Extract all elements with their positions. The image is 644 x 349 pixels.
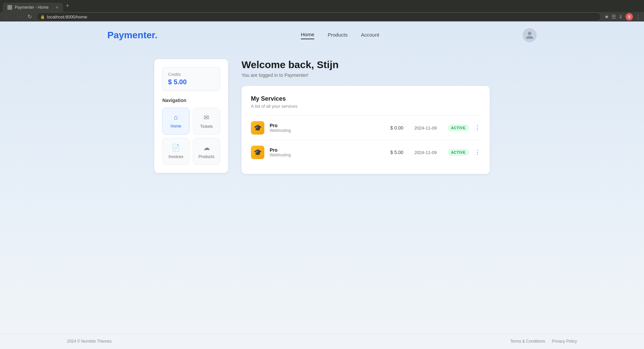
tickets-tile-label: Tickets <box>200 124 213 129</box>
navigation-title: Navigation <box>162 98 220 103</box>
content-area: Welcome back, Stijn You are logged in to… <box>241 59 490 174</box>
credits-box: Credits $ 5.00 <box>162 67 220 91</box>
active-tab[interactable]: Paymenter - Home × <box>3 3 63 12</box>
nav-item-account[interactable]: Account <box>361 32 379 39</box>
greeting-text: Welcome back, <box>241 59 317 70</box>
service-price-2: $ 5.00 <box>377 150 404 155</box>
username-text: Stijn <box>317 59 339 70</box>
browser-right-icons: ★ ☰ ⇓ S ⋮ <box>604 13 641 20</box>
tab-favicon <box>7 5 12 10</box>
status-badge-1: ACTIVE <box>448 124 469 131</box>
logo: Paymenter. <box>107 30 157 41</box>
service-icon-1: 🎓 <box>251 121 264 135</box>
service-actions-2[interactable]: ⋮ <box>474 149 480 156</box>
browser-toolbar: ← → ↻ 🔒 localhost:8000/home ★ ☰ ⇓ S ⋮ <box>0 12 644 21</box>
nav-tile-tickets[interactable]: ✉ Tickets <box>193 108 220 135</box>
home-tile-label: Home <box>170 124 181 129</box>
new-tab-button[interactable]: + <box>63 1 72 11</box>
footer-links: Terms & Conditions Privacy Policy <box>510 339 577 344</box>
nav-item-products[interactable]: Products <box>328 32 347 39</box>
forward-button[interactable]: → <box>15 13 23 21</box>
service-info-1: Pro Webhosting <box>270 123 371 133</box>
products-icon: ☁ <box>203 144 210 152</box>
services-subtitle: A list of all your services <box>251 104 480 109</box>
products-tile-label: Products <box>199 154 214 159</box>
tab-close-button[interactable]: × <box>56 5 58 10</box>
extensions-icon[interactable]: ☰ <box>611 14 616 20</box>
top-section: Paymenter. Home Products Account Credits… <box>0 21 644 333</box>
main-nav: Home Products Account <box>301 32 379 39</box>
service-date-1: 2024-11-09 <box>409 126 442 131</box>
main-content: Credits $ 5.00 Navigation ⌂ Home ✉ Ticke… <box>87 49 557 187</box>
services-card: My Services A list of all your services … <box>241 86 490 174</box>
service-icon-2: 🎓 <box>251 146 264 159</box>
lock-icon: 🔒 <box>40 15 45 19</box>
status-badge-2: ACTIVE <box>448 149 469 156</box>
welcome-subtext: You are logged in to Paymenter! <box>241 72 490 78</box>
service-row-2: 🎓 Pro Webhosting $ 5.00 2024-11-09 ACTIV… <box>251 140 480 164</box>
download-icon[interactable]: ⇓ <box>619 14 623 20</box>
nav-tile-home[interactable]: ⌂ Home <box>162 108 190 135</box>
tickets-icon: ✉ <box>204 113 209 121</box>
service-name-2: Pro <box>270 147 371 153</box>
copyright-text: 2024 © Numblio Themes <box>67 339 112 344</box>
invoices-tile-label: Invoices <box>168 154 183 159</box>
browser-tabs: Paymenter - Home × + <box>0 0 644 12</box>
url-text: localhost:8000/home <box>47 14 87 19</box>
service-name-1: Pro <box>270 123 371 128</box>
user-avatar[interactable] <box>523 28 537 42</box>
credits-value: $ 5.00 <box>168 78 214 86</box>
service-type-2: Webhosting <box>270 153 371 157</box>
tab-title: Paymenter - Home <box>15 5 53 10</box>
nav-tile-invoices[interactable]: 📄 Invoices <box>162 138 190 165</box>
service-price-1: $ 0.00 <box>377 125 404 131</box>
service-row: 🎓 Pro Webhosting $ 0.00 2024-11-09 ACTIV… <box>251 115 480 140</box>
services-title: My Services <box>251 95 480 102</box>
menu-icon[interactable]: ⋮ <box>636 14 641 20</box>
service-type-1: Webhosting <box>270 128 371 133</box>
browser-chrome: Paymenter - Home × + ← → ↻ 🔒 localhost:8… <box>0 0 644 21</box>
privacy-link[interactable]: Privacy Policy <box>552 339 577 344</box>
page-wrapper: Paymenter. Home Products Account Credits… <box>0 21 644 349</box>
welcome-heading: Welcome back, Stijn <box>241 59 490 70</box>
nav-tile-products[interactable]: ☁ Products <box>193 138 220 165</box>
service-info-2: Pro Webhosting <box>270 147 371 157</box>
browser-user-avatar[interactable]: S <box>626 13 633 20</box>
user-icon <box>525 31 534 40</box>
back-button[interactable]: ← <box>3 13 11 21</box>
nav-grid: ⌂ Home ✉ Tickets 📄 Invoices ☁ Products <box>162 108 220 165</box>
home-icon: ⌂ <box>174 113 178 121</box>
service-actions-1[interactable]: ⋮ <box>474 124 480 132</box>
terms-link[interactable]: Terms & Conditions <box>510 339 545 344</box>
reload-button[interactable]: ↻ <box>26 13 33 21</box>
credits-label: Credits <box>168 72 214 77</box>
bookmark-icon[interactable]: ★ <box>604 14 609 20</box>
invoices-icon: 📄 <box>172 144 180 152</box>
header: Paymenter. Home Products Account <box>0 21 644 49</box>
address-bar[interactable]: 🔒 localhost:8000/home <box>37 12 601 21</box>
footer: 2024 © Numblio Themes Terms & Conditions… <box>0 333 644 349</box>
sidebar: Credits $ 5.00 Navigation ⌂ Home ✉ Ticke… <box>154 59 228 173</box>
nav-item-home[interactable]: Home <box>301 32 314 39</box>
service-date-2: 2024-11-09 <box>409 150 442 155</box>
